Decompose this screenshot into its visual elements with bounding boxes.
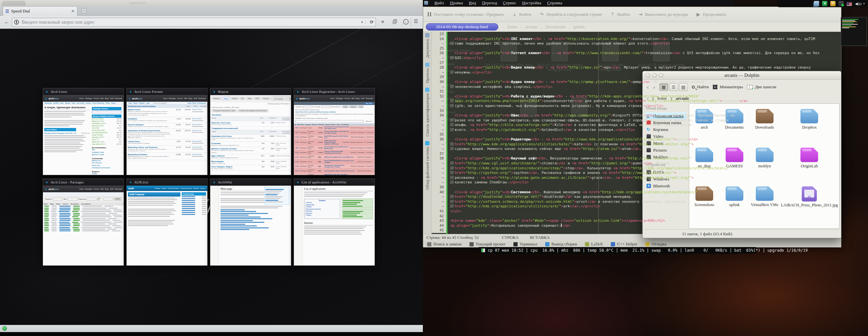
login-button[interactable]: Login bbox=[342, 106, 349, 108]
toc-link[interactable]: 7 Others bbox=[305, 215, 339, 217]
nav-Packages[interactable]: Packages bbox=[85, 97, 92, 99]
bug-row[interactable]: 39985Bug ReportUpstream BugsCritical[lin… bbox=[294, 150, 375, 155]
address-bar[interactable]: Введите поисковый запрос или адрес ▼ ⟳ bbox=[12, 18, 376, 27]
package-search-input[interactable] bbox=[92, 111, 121, 113]
bug-summary[interactable]: [xfce4-power-manager] Power manager fail… bbox=[324, 164, 350, 168]
package-name[interactable]: wireshark 1.10.7-1 bbox=[92, 136, 104, 139]
section-link[interactable]: Mailing Lists bbox=[92, 159, 121, 162]
tool-button-Отладка[interactable]: Отладка bbox=[645, 242, 666, 247]
tool-button-Поиск и замена[interactable]: Поиск и замена bbox=[427, 242, 462, 247]
nav-Forums[interactable]: Forums bbox=[93, 188, 99, 190]
section-link[interactable]: Installation Guide bbox=[92, 151, 121, 154]
bug-row[interactable]: 40380Bug ReportPackages: ExtraHigh[xfce4… bbox=[294, 164, 375, 169]
code-editor[interactable]: Точки входаДомашняя папкаКорневая папкаК… bbox=[432, 32, 841, 234]
nav-Bugs[interactable]: Bugs bbox=[105, 97, 108, 99]
menu-Вид[interactable]: Вид bbox=[466, 0, 479, 6]
tab-Вики[interactable]: Вики bbox=[246, 97, 253, 100]
update-row[interactable]: mate-desktop 1.8.1-1x86_64 bbox=[92, 143, 121, 145]
bug-row[interactable]: 39833Bug ReportPackages: CoreCritical[op… bbox=[294, 130, 375, 135]
link-label[interactable]: Planet Arch bbox=[92, 165, 100, 166]
filter-select[interactable] bbox=[87, 198, 97, 200]
update-row[interactable]: nodejs 0.10.28-8x86_64 bbox=[92, 134, 121, 136]
package-name[interactable]: libgpg-error 1.13-1 bbox=[92, 120, 104, 122]
menu-Сервис[interactable]: Сервис bbox=[500, 0, 519, 6]
topics-links[interactable]: Topics: Active | Unanswered bbox=[187, 102, 206, 104]
nav-AUR[interactable]: AUR bbox=[110, 188, 114, 190]
bug-row[interactable]: 29895Bug ReportPackages: ExtraCritical[l… bbox=[294, 146, 375, 150]
media-status-icon[interactable] bbox=[838, 1, 844, 6]
search-button[interactable]: Найти bbox=[287, 97, 291, 100]
debug-button[interactable]: ⇥Выполнить до курсора bbox=[639, 11, 688, 18]
bug-row[interactable]: 40233Bug ReportKernelHigh[linux] CVE-201… bbox=[294, 159, 375, 164]
bug-summary[interactable]: [grub] Missing grub module halting boot bbox=[324, 135, 350, 139]
bug-row[interactable]: 35768Bug ReportPackages: CoreCritical[gr… bbox=[294, 135, 375, 140]
bug-id[interactable]: 39256 bbox=[295, 142, 299, 143]
bug-id[interactable]: 40380 bbox=[295, 165, 299, 167]
register-button[interactable]: Register bbox=[349, 106, 357, 108]
update-row[interactable]: terminus-font 4.38-7any bbox=[92, 129, 121, 131]
last-post[interactable]: Today 15:57:57 bbox=[192, 130, 206, 139]
downloads-icon[interactable]: ↓ bbox=[403, 19, 409, 25]
last-post[interactable]: Today 14:34:43 bbox=[192, 141, 206, 145]
bug-summary[interactable]: [linux] [nvidia] 3.13+ 331.49-1 Driver B… bbox=[324, 146, 349, 149]
forum-row[interactable]: Новости о Arch LinuxАнонсы, Пакеты, Безо… bbox=[210, 121, 291, 127]
forum-row[interactable]: Multimedia and GamesAudio/Video/Image is… bbox=[127, 153, 207, 160]
search-input[interactable]: Что ищем? bbox=[273, 97, 287, 99]
forumlink[interactable]: Login bbox=[146, 102, 150, 104]
breadcrumb-github[interactable]: github bbox=[574, 24, 585, 30]
nav-Bugs[interactable]: Bugs bbox=[356, 97, 360, 99]
bug-id[interactable]: 39985 bbox=[295, 152, 299, 153]
package-name[interactable]: apache-ant 1.9.4-1 bbox=[92, 141, 104, 143]
breadcrumb-home[interactable]: home bbox=[507, 24, 517, 30]
bug-id[interactable]: 40056 bbox=[295, 175, 299, 175]
package-name[interactable]: restif 1.7-2 bbox=[92, 139, 99, 141]
speed-dial-tile-6[interactable]: ▲AUR (ru)AURГлавнаяПакетыУчётные записиС… bbox=[126, 179, 208, 266]
bug-row[interactable]: 29856Bug ReportKernelCritical[linux] Sys… bbox=[294, 126, 375, 130]
forum-name[interactable]: Новичкам в Arch Linux bbox=[211, 135, 231, 137]
lost-button[interactable]: Lost bbox=[358, 106, 364, 108]
devlink[interactable]: Signoffs bbox=[65, 102, 70, 104]
username-field[interactable] bbox=[303, 106, 313, 108]
advanced-link[interactable]: Advanced bbox=[365, 120, 373, 123]
bug-id[interactable]: 29856 bbox=[295, 127, 299, 129]
bug-id[interactable]: 40345 bbox=[295, 170, 299, 172]
debug-button[interactable]: ⇡Выйти bbox=[611, 11, 630, 18]
tray-expand-arrow-icon[interactable]: ▾ bbox=[863, 0, 865, 7]
section-link[interactable]: IRC Channels bbox=[92, 162, 121, 164]
forum-row[interactable]: InstallationIssues related to installati… bbox=[127, 117, 207, 123]
section-link[interactable]: Donate bbox=[92, 173, 121, 175]
nav-Учётные записи[interactable]: Учётные записи bbox=[168, 188, 179, 189]
volume-icon[interactable]: ◀))) bbox=[855, 1, 860, 6]
nav-Home[interactable]: Home bbox=[163, 97, 167, 99]
devlink[interactable]: News bbox=[60, 102, 64, 104]
nav-Главная[interactable]: Главная bbox=[155, 188, 160, 189]
update-row[interactable]: memcached 1.4.19-1x86_64 bbox=[92, 122, 121, 125]
nav-Home[interactable]: Home bbox=[330, 97, 335, 99]
bug-summary[interactable]: [sushi] graphics glitch instead of file … bbox=[324, 170, 356, 172]
tool-button-Вывод сборки[interactable]: Вывод сборки bbox=[545, 242, 577, 247]
forum-name[interactable]: Applications & Desktop Environments bbox=[128, 130, 160, 131]
insert-mode[interactable]: ВСТАВКА bbox=[530, 235, 550, 240]
package-name[interactable]: linux-lts 3.10.39-1 bbox=[92, 118, 104, 120]
forum-row[interactable]: Ядро и ЖелезоПроблемы с ядром и поддержк… bbox=[210, 154, 291, 160]
package-name[interactable]: nodejs 0.10.28-8 bbox=[92, 134, 103, 136]
package-name[interactable]: terminus-font 4.38-7 bbox=[92, 129, 105, 131]
nav-Home[interactable]: Home bbox=[80, 188, 84, 190]
nav-Списки рассылки[interactable]: Списки рассылки bbox=[180, 188, 192, 189]
tab-close-icon[interactable]: ✕ bbox=[71, 9, 74, 14]
nav-Wiki[interactable]: Wiki bbox=[100, 97, 103, 99]
breadcrumb-arcanis[interactable]: arcanis bbox=[525, 24, 538, 30]
forum-row[interactable]: УстановкаВопросы и советы по установке A… bbox=[210, 142, 291, 147]
bug-row[interactable]: 40243Bug ReportPackages: ExtraHigh[libks… bbox=[294, 155, 375, 159]
nav-Wiki[interactable]: Wiki bbox=[184, 97, 187, 99]
nav-Download[interactable]: Download bbox=[115, 188, 122, 190]
bug-summary[interactable]: [linux] System crash with kernel 3.14 an… bbox=[324, 126, 350, 129]
link-label[interactable]: Wiki bbox=[92, 149, 95, 151]
last-post[interactable]: Today 15:05:44 bbox=[192, 109, 206, 116]
bug-summary[interactable]: [linux] CVE-2014-0196 kernel: pty layer … bbox=[324, 160, 356, 163]
forumlink[interactable]: Register bbox=[139, 102, 145, 104]
section-link[interactable]: International Communities bbox=[92, 167, 121, 169]
bug-id[interactable]: 29895 bbox=[295, 147, 299, 149]
nav-Packages[interactable]: Packages bbox=[168, 97, 176, 99]
bug-id[interactable]: 35768 bbox=[295, 136, 299, 138]
